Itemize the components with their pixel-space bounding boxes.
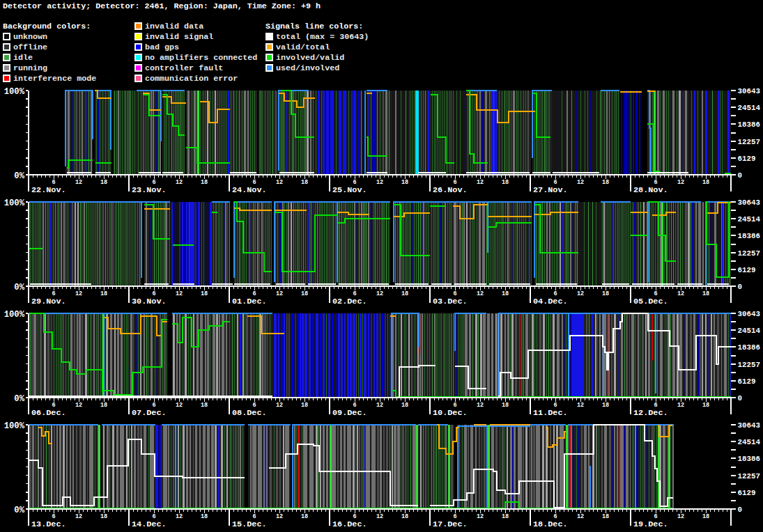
svg-text:18: 18 bbox=[602, 179, 609, 186]
svg-text:18: 18 bbox=[602, 290, 609, 297]
svg-text:12: 12 bbox=[677, 179, 684, 186]
svg-text:14.Dec.: 14.Dec. bbox=[132, 519, 167, 529]
svg-text:04.Dec.: 04.Dec. bbox=[533, 297, 568, 306]
svg-text:18: 18 bbox=[301, 179, 308, 186]
svg-text:12257: 12257 bbox=[738, 249, 760, 258]
svg-text:0%: 0% bbox=[14, 171, 24, 181]
svg-text:07.Dec.: 07.Dec. bbox=[132, 408, 167, 418]
svg-text:30643: 30643 bbox=[738, 421, 760, 430]
svg-text:18: 18 bbox=[401, 513, 408, 520]
svg-text:10.Dec.: 10.Dec. bbox=[433, 408, 468, 418]
svg-text:18: 18 bbox=[301, 402, 308, 409]
svg-text:18: 18 bbox=[502, 290, 509, 297]
svg-text:12: 12 bbox=[75, 513, 82, 520]
svg-text:24514: 24514 bbox=[738, 215, 761, 224]
svg-text:18: 18 bbox=[100, 179, 107, 186]
svg-text:12: 12 bbox=[677, 290, 684, 297]
svg-text:22.Nov.: 22.Nov. bbox=[31, 185, 66, 195]
svg-text:28.Nov.: 28.Nov. bbox=[633, 185, 668, 195]
svg-text:12: 12 bbox=[577, 290, 584, 297]
svg-text:19.Dec.: 19.Dec. bbox=[633, 519, 668, 529]
svg-text:05.Dec.: 05.Dec. bbox=[633, 297, 668, 306]
svg-text:12: 12 bbox=[376, 179, 383, 186]
svg-text:30.Nov.: 30.Nov. bbox=[132, 297, 167, 306]
svg-text:30643: 30643 bbox=[738, 310, 760, 318]
svg-text:12.Dec.: 12.Dec. bbox=[633, 408, 668, 418]
svg-text:0%: 0% bbox=[14, 283, 24, 292]
svg-text:unknown: unknown bbox=[13, 32, 47, 42]
svg-text:12257: 12257 bbox=[738, 361, 760, 369]
svg-text:06.Dec.: 06.Dec. bbox=[31, 408, 66, 418]
svg-text:02.Dec.: 02.Dec. bbox=[332, 297, 367, 306]
svg-text:100%: 100% bbox=[4, 421, 25, 431]
svg-text:6129: 6129 bbox=[738, 155, 756, 163]
svg-text:16.Dec.: 16.Dec. bbox=[332, 519, 367, 529]
svg-text:18: 18 bbox=[301, 290, 308, 297]
svg-text:100%: 100% bbox=[4, 310, 25, 320]
svg-text:15.Dec.: 15.Dec. bbox=[232, 519, 267, 529]
svg-text:6129: 6129 bbox=[738, 377, 756, 386]
svg-text:24514: 24514 bbox=[738, 438, 761, 446]
svg-text:18: 18 bbox=[401, 290, 408, 297]
svg-text:17.Dec.: 17.Dec. bbox=[433, 519, 468, 529]
svg-text:used/involved: used/involved bbox=[276, 63, 339, 73]
svg-text:12: 12 bbox=[176, 513, 183, 520]
svg-text:18: 18 bbox=[201, 402, 208, 409]
svg-text:100%: 100% bbox=[4, 198, 25, 208]
svg-text:11.Dec.: 11.Dec. bbox=[533, 408, 568, 418]
svg-text:30643: 30643 bbox=[738, 87, 760, 95]
svg-text:18: 18 bbox=[201, 513, 208, 520]
svg-text:Detector activity; Detector: 2: Detector activity; Detector: 2461, Regio… bbox=[3, 1, 321, 11]
svg-text:18: 18 bbox=[602, 402, 609, 409]
svg-text:18: 18 bbox=[502, 179, 509, 186]
svg-text:invalid signal: invalid signal bbox=[145, 32, 213, 42]
svg-text:idle: idle bbox=[13, 53, 33, 63]
svg-text:12: 12 bbox=[477, 290, 484, 297]
svg-text:24514: 24514 bbox=[738, 104, 761, 112]
svg-text:12: 12 bbox=[75, 402, 82, 409]
svg-text:12: 12 bbox=[75, 179, 82, 186]
svg-text:30643: 30643 bbox=[738, 198, 760, 207]
svg-text:12: 12 bbox=[577, 513, 584, 520]
svg-text:18: 18 bbox=[602, 513, 609, 520]
svg-text:24514: 24514 bbox=[738, 327, 761, 335]
svg-text:communication error: communication error bbox=[145, 74, 238, 84]
svg-text:0%: 0% bbox=[14, 394, 24, 404]
svg-text:12: 12 bbox=[477, 402, 484, 409]
svg-text:12: 12 bbox=[376, 513, 383, 520]
svg-text:12: 12 bbox=[376, 290, 383, 297]
svg-text:18: 18 bbox=[100, 402, 107, 409]
svg-text:6129: 6129 bbox=[738, 489, 756, 497]
svg-text:0: 0 bbox=[738, 506, 742, 514]
svg-text:18386: 18386 bbox=[738, 455, 760, 463]
svg-text:18: 18 bbox=[201, 290, 208, 297]
svg-text:0: 0 bbox=[738, 394, 742, 402]
svg-text:12: 12 bbox=[176, 402, 183, 409]
svg-text:13.Dec.: 13.Dec. bbox=[31, 519, 66, 529]
svg-text:12: 12 bbox=[677, 402, 684, 409]
svg-text:18: 18 bbox=[502, 513, 509, 520]
svg-text:18: 18 bbox=[100, 290, 107, 297]
svg-text:controller fault: controller fault bbox=[145, 63, 223, 73]
svg-text:23.Nov.: 23.Nov. bbox=[132, 185, 167, 195]
svg-text:24.Nov.: 24.Nov. bbox=[232, 185, 267, 195]
svg-text:09.Dec.: 09.Dec. bbox=[332, 408, 367, 418]
svg-text:18: 18 bbox=[401, 402, 408, 409]
svg-text:18: 18 bbox=[100, 513, 107, 520]
svg-text:03.Dec.: 03.Dec. bbox=[433, 297, 468, 306]
svg-text:18: 18 bbox=[702, 402, 709, 409]
svg-text:12257: 12257 bbox=[738, 472, 760, 480]
svg-text:12: 12 bbox=[176, 290, 183, 297]
svg-text:12: 12 bbox=[577, 402, 584, 409]
svg-text:12: 12 bbox=[477, 513, 484, 520]
svg-text:valid/total: valid/total bbox=[276, 42, 330, 52]
svg-text:offline: offline bbox=[13, 42, 47, 52]
svg-text:12: 12 bbox=[176, 179, 183, 186]
svg-text:12: 12 bbox=[577, 179, 584, 186]
svg-text:12: 12 bbox=[477, 179, 484, 186]
svg-text:invalid data: invalid data bbox=[145, 22, 203, 31]
svg-text:12: 12 bbox=[376, 402, 383, 409]
svg-text:100%: 100% bbox=[4, 87, 25, 97]
svg-text:18386: 18386 bbox=[738, 120, 760, 129]
svg-text:0: 0 bbox=[738, 283, 742, 291]
